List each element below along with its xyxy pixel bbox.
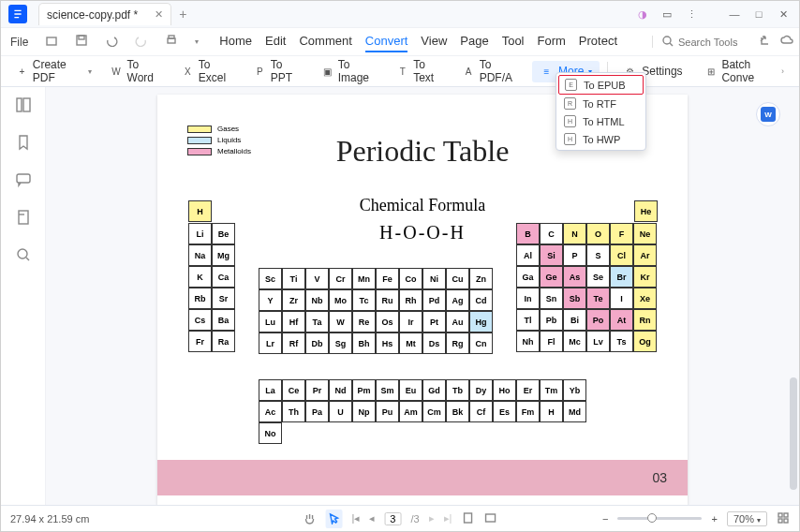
tab-home[interactable]: Home bbox=[219, 31, 252, 52]
element-cell: Es bbox=[493, 401, 516, 422]
tab-page[interactable]: Page bbox=[460, 31, 488, 52]
element-cell: Sr bbox=[212, 288, 235, 309]
element-cell: Pu bbox=[376, 401, 399, 422]
element-cell: Br bbox=[610, 266, 633, 288]
zoom-out-button[interactable]: − bbox=[602, 513, 608, 525]
new-tab-button[interactable]: + bbox=[179, 7, 186, 22]
bookmark-icon[interactable] bbox=[15, 134, 32, 151]
open-icon[interactable] bbox=[41, 32, 62, 52]
menu-file[interactable]: File bbox=[7, 34, 32, 51]
element-cell: Cf bbox=[469, 401, 493, 422]
left-sidebar bbox=[1, 87, 46, 505]
next-page-button[interactable]: ▸ bbox=[429, 512, 435, 525]
tab-form[interactable]: Form bbox=[538, 31, 566, 52]
element-cell: Li bbox=[188, 223, 212, 244]
tab-convert[interactable]: Convert bbox=[365, 31, 408, 52]
save-icon[interactable] bbox=[71, 32, 92, 52]
element-cell: H bbox=[540, 401, 563, 422]
close-button[interactable]: ✕ bbox=[777, 7, 790, 21]
dropdown-to-epub[interactable]: ETo EPUB bbox=[558, 75, 644, 95]
fit-page-icon[interactable] bbox=[461, 511, 474, 526]
document-canvas[interactable]: Gases Liquids Metalloids Periodic Table … bbox=[46, 87, 799, 505]
element-cell: In bbox=[516, 288, 540, 309]
dropdown-to-html[interactable]: HTo HTML bbox=[558, 112, 644, 130]
quick-word-button[interactable]: W bbox=[756, 102, 780, 126]
tab-edit[interactable]: Edit bbox=[265, 31, 286, 52]
to-pdfa-button[interactable]: ATo PDF/A bbox=[455, 54, 528, 88]
print-icon[interactable] bbox=[161, 32, 182, 52]
cloud-icon[interactable] bbox=[780, 34, 793, 51]
element-cell: Nd bbox=[329, 379, 352, 401]
document-tab[interactable]: science-copy.pdf * ✕ bbox=[38, 3, 171, 25]
vertical-scrollbar[interactable] bbox=[790, 377, 797, 490]
print-dropdown-icon[interactable]: ▾ bbox=[191, 36, 202, 48]
minimize-button[interactable]: ― bbox=[728, 7, 741, 21]
element-cell: Bk bbox=[446, 401, 469, 422]
svg-rect-17 bbox=[784, 519, 788, 523]
element-cell: Cs bbox=[188, 309, 212, 331]
to-word-button[interactable]: WTo Word bbox=[103, 54, 170, 88]
element-cell: Ta bbox=[305, 311, 329, 332]
element-cell: Bh bbox=[352, 332, 376, 354]
element-cell: Cr bbox=[329, 268, 352, 289]
to-ppt-button[interactable]: PTo PPT bbox=[246, 54, 310, 88]
tab-close-icon[interactable]: ✕ bbox=[155, 8, 163, 21]
to-image-button[interactable]: ▣To Image bbox=[314, 54, 386, 88]
attachment-icon[interactable] bbox=[15, 209, 32, 226]
tab-tool[interactable]: Tool bbox=[502, 31, 525, 52]
prev-page-button[interactable]: ◂ bbox=[369, 512, 375, 525]
element-cell: K bbox=[188, 266, 212, 288]
search-icon bbox=[662, 36, 674, 48]
element-cell: Ca bbox=[212, 266, 235, 288]
thumbnails-icon[interactable] bbox=[15, 96, 32, 113]
maximize-button[interactable]: □ bbox=[752, 7, 765, 21]
first-page-button[interactable]: |◂ bbox=[352, 512, 361, 525]
dropdown-to-hwp[interactable]: HTo HWP bbox=[558, 130, 644, 148]
element-cell: Mn bbox=[352, 268, 376, 289]
dropdown-to-rtf[interactable]: RTo RTF bbox=[558, 95, 644, 112]
hand-tool-icon[interactable] bbox=[304, 511, 317, 526]
share-icon[interactable] bbox=[758, 34, 771, 51]
element-cell: Co bbox=[399, 268, 422, 289]
tab-view[interactable]: View bbox=[421, 31, 447, 52]
element-cell: Rg bbox=[446, 332, 469, 354]
tab-title: science-copy.pdf * bbox=[47, 8, 138, 22]
svg-point-11 bbox=[18, 249, 27, 259]
batch-convert-button[interactable]: ⊞Batch Conve› bbox=[698, 54, 792, 88]
redo-icon[interactable] bbox=[131, 32, 152, 52]
undo-icon[interactable] bbox=[101, 32, 122, 52]
element-cell: Nb bbox=[305, 289, 329, 311]
zoom-level[interactable]: 70% ▾ bbox=[727, 511, 767, 526]
element-cell: Rn bbox=[633, 309, 657, 331]
notification-icon[interactable]: ▭ bbox=[660, 7, 674, 21]
main-area: ▸ Gases Liquids Metalloids Periodic Tabl… bbox=[1, 87, 799, 505]
zoom-in-button[interactable]: + bbox=[711, 513, 717, 525]
search-tools[interactable] bbox=[652, 36, 748, 48]
zoom-slider[interactable] bbox=[617, 517, 702, 520]
element-cell: Cu bbox=[446, 268, 469, 289]
create-pdf-button[interactable]: +Create PDF▾ bbox=[8, 54, 99, 88]
ai-icon[interactable]: ◑ bbox=[636, 7, 649, 21]
svg-rect-7 bbox=[17, 98, 22, 111]
read-mode-icon[interactable] bbox=[777, 511, 790, 526]
tab-comment[interactable]: Comment bbox=[299, 31, 351, 52]
element-cell: Mo bbox=[329, 289, 352, 311]
to-excel-button[interactable]: XTo Excel bbox=[174, 54, 243, 88]
epub-icon: E bbox=[565, 79, 577, 91]
last-page-button[interactable]: ▸| bbox=[444, 512, 452, 525]
element-cell: Te bbox=[586, 288, 610, 309]
find-icon[interactable] bbox=[15, 246, 32, 263]
svg-rect-12 bbox=[464, 513, 471, 523]
plus-icon: + bbox=[16, 65, 28, 79]
tab-protect[interactable]: Protect bbox=[579, 31, 617, 52]
select-tool-icon[interactable] bbox=[326, 510, 343, 528]
element-cell: P bbox=[563, 244, 586, 266]
kebab-menu-icon[interactable]: ⋮ bbox=[685, 7, 698, 21]
to-text-button[interactable]: TTo Text bbox=[389, 54, 451, 88]
element-cell: Mc bbox=[563, 331, 586, 352]
search-input[interactable] bbox=[678, 37, 748, 48]
fit-width-icon[interactable] bbox=[483, 511, 496, 526]
element-cell: Ga bbox=[516, 266, 540, 288]
page-input[interactable] bbox=[384, 512, 401, 525]
comment-icon[interactable] bbox=[15, 171, 32, 188]
